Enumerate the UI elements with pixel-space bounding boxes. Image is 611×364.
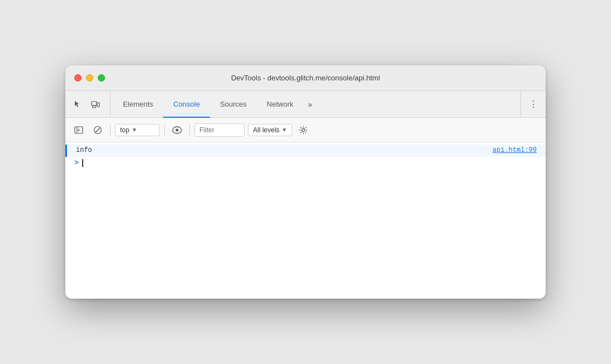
svg-point-10	[302, 128, 305, 131]
window-title: DevTools - devtools.glitch.me/console/ap…	[231, 74, 380, 82]
console-prompt: >	[74, 159, 79, 167]
levels-dropdown-arrow: ▼	[281, 127, 287, 133]
more-tabs-button[interactable]: »	[303, 91, 317, 117]
minimize-button[interactable]	[86, 74, 93, 82]
device-toolbar-button[interactable]	[88, 97, 103, 112]
svg-marker-5	[78, 129, 80, 131]
toolbar-separator-1	[110, 124, 111, 136]
svg-rect-2	[97, 103, 99, 107]
live-expressions-button[interactable]	[169, 122, 185, 138]
tab-elements[interactable]: Elements	[113, 91, 163, 118]
maximize-button[interactable]	[98, 74, 105, 82]
tab-bar-right: ⋮	[521, 91, 541, 117]
devtools-menu-button[interactable]: ⋮	[526, 97, 541, 112]
tab-bar-tools	[70, 91, 111, 117]
traffic-lights	[74, 74, 105, 82]
svg-rect-0	[92, 102, 97, 106]
console-log-row: info api.html:99	[65, 145, 546, 157]
tab-network[interactable]: Network	[257, 91, 304, 118]
filter-input[interactable]	[194, 123, 245, 137]
svg-rect-1	[93, 106, 96, 108]
svg-line-7	[96, 128, 100, 132]
console-input-row[interactable]: >	[65, 157, 546, 169]
inspect-element-button[interactable]	[70, 97, 85, 112]
console-cursor	[82, 159, 83, 167]
tabs: Elements Console Sources Network »	[113, 91, 518, 117]
toolbar-separator-3	[189, 124, 190, 136]
title-bar: DevTools - devtools.glitch.me/console/ap…	[65, 65, 546, 91]
log-levels-selector[interactable]: All levels ▼	[248, 124, 292, 136]
devtools-window: DevTools - devtools.glitch.me/console/ap…	[65, 65, 546, 299]
tab-bar: Elements Console Sources Network » ⋮	[65, 91, 546, 118]
context-dropdown-arrow: ▼	[132, 127, 137, 133]
clear-console-button[interactable]	[90, 122, 106, 138]
console-log-link[interactable]: api.html:99	[493, 146, 537, 154]
console-settings-button[interactable]	[295, 122, 311, 138]
tab-sources[interactable]: Sources	[210, 91, 257, 118]
console-content: info api.html:99 >	[65, 142, 546, 299]
console-log-text: info	[76, 146, 92, 154]
context-selector[interactable]: top ▼	[115, 124, 160, 136]
tab-console[interactable]: Console	[163, 91, 210, 118]
console-toolbar: top ▼ All levels ▼	[65, 118, 546, 142]
toolbar-separator-2	[164, 124, 165, 136]
svg-point-9	[176, 128, 179, 131]
close-button[interactable]	[74, 74, 82, 82]
sidebar-toggle-button[interactable]	[71, 122, 87, 138]
